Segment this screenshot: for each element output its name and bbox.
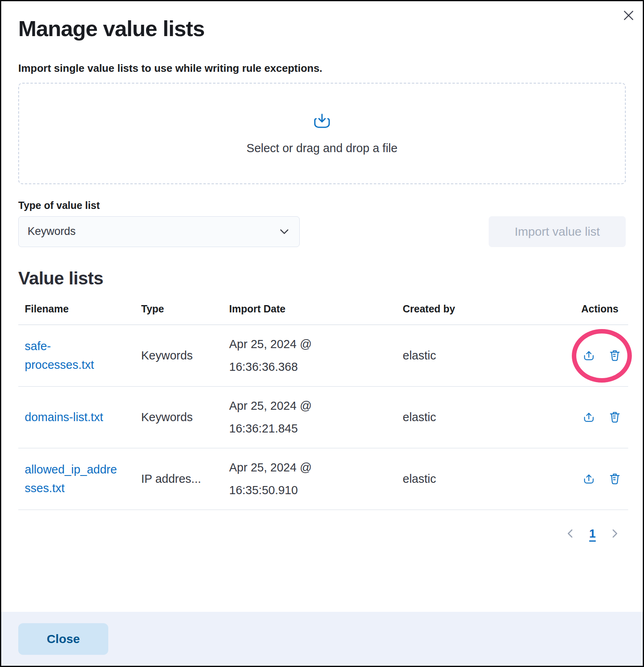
trash-icon [608, 472, 622, 486]
manage-value-lists-modal: { "dialog": { "title": "Manage value lis… [0, 0, 644, 667]
close-modal-button[interactable] [619, 6, 638, 25]
actions-group [582, 472, 622, 486]
pagination: 1 [18, 527, 626, 540]
import-date-cell: Apr 25, 2024 @ 16:36:36.368 [223, 325, 396, 386]
pagination-page-1[interactable]: 1 [588, 527, 597, 540]
chevron-left-icon [565, 527, 577, 540]
header-created-by: Created by [396, 292, 546, 325]
filename-cell: allowed_ip_addresses.txt [18, 448, 135, 510]
import-date-value: Apr 25, 2024 @ 16:36:36.368 [229, 333, 355, 379]
created-by-cell: elastic [396, 448, 546, 510]
import-date-cell: Apr 25, 2024 @ 16:36:21.845 [223, 386, 396, 448]
actions-group [582, 411, 622, 424]
table-header-row: Filename Type Import Date Created by Act… [18, 292, 628, 325]
file-dropzone[interactable]: Select or drag and drop a file [18, 83, 626, 184]
table-row: safe-processes.txt Keywords Apr 25, 2024… [18, 325, 628, 386]
chevron-down-icon [278, 226, 290, 238]
export-icon [582, 349, 596, 363]
export-value-list-button[interactable] [582, 349, 596, 363]
modal-footer: Close [1, 612, 643, 666]
type-cell: IP addres... [135, 448, 223, 510]
header-filename: Filename [18, 292, 135, 325]
value-list-type-select[interactable]: Keywords [18, 216, 300, 247]
filename-link[interactable]: safe-processes.txt [25, 337, 120, 374]
close-icon [621, 8, 636, 23]
pagination-previous-button[interactable] [564, 527, 577, 540]
modal-description: Import single value lists to use while w… [18, 62, 626, 75]
filename-cell: safe-processes.txt [18, 325, 135, 386]
value-lists-table: Filename Type Import Date Created by Act… [18, 292, 628, 510]
controls-row: Keywords Import value list [18, 216, 626, 247]
actions-cell [546, 448, 628, 510]
trash-icon [608, 411, 622, 424]
filename-link[interactable]: allowed_ip_addresses.txt [25, 460, 120, 498]
delete-value-list-button[interactable] [608, 411, 622, 424]
header-actions: Actions [546, 292, 628, 325]
filename-cell: domains-list.txt [18, 386, 135, 448]
delete-value-list-button[interactable] [608, 472, 622, 486]
type-of-value-list-label: Type of value list [18, 200, 626, 211]
selected-type-value: Keywords [28, 225, 76, 238]
value-lists-rows: safe-processes.txt Keywords Apr 25, 2024… [18, 325, 628, 510]
export-icon [582, 411, 596, 424]
created-by-cell: elastic [396, 386, 546, 448]
close-button[interactable]: Close [18, 623, 108, 655]
header-type: Type [135, 292, 223, 325]
type-cell: Keywords [135, 386, 223, 448]
export-value-list-button[interactable] [582, 411, 596, 424]
filename-link[interactable]: domains-list.txt [25, 408, 103, 426]
chevron-right-icon [608, 527, 620, 540]
import-date-cell: Apr 25, 2024 @ 16:35:50.910 [223, 448, 396, 510]
dropzone-label: Select or drag and drop a file [247, 142, 397, 155]
export-value-list-button[interactable] [582, 472, 596, 486]
actions-group [582, 349, 622, 363]
table-row: allowed_ip_addresses.txt IP addres... Ap… [18, 448, 628, 510]
page-title: Manage value lists [18, 16, 626, 42]
table-row: domains-list.txt Keywords Apr 25, 2024 @… [18, 386, 628, 448]
pagination-next-button[interactable] [608, 527, 621, 540]
header-import-date: Import Date [223, 292, 396, 325]
value-lists-heading: Value lists [18, 268, 626, 288]
import-value-list-button[interactable]: Import value list [489, 216, 626, 247]
modal-content: Manage value lists Import single value l… [1, 16, 643, 540]
created-by-cell: elastic [396, 325, 546, 386]
actions-cell [546, 386, 628, 448]
import-file-icon [312, 112, 332, 131]
type-cell: Keywords [135, 325, 223, 386]
delete-value-list-button[interactable] [608, 349, 622, 363]
export-icon [582, 472, 596, 486]
actions-cell [546, 325, 628, 386]
import-date-value: Apr 25, 2024 @ 16:36:21.845 [229, 394, 355, 440]
import-date-value: Apr 25, 2024 @ 16:35:50.910 [229, 456, 355, 502]
pink-annotation-circle [572, 329, 632, 383]
trash-icon [608, 349, 622, 363]
